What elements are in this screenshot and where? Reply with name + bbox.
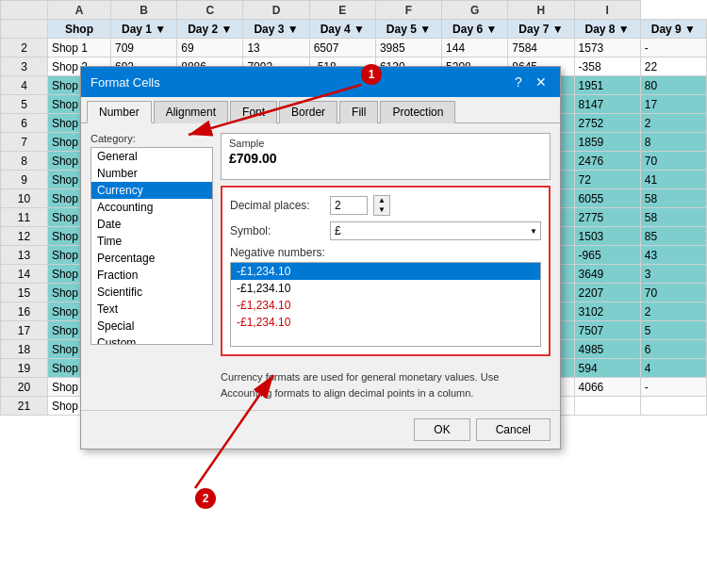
- cell[interactable]: -965: [574, 246, 640, 265]
- format-panel: Sample £709.00 Decimal places: ▲ ▼: [221, 133, 551, 400]
- category-item-general[interactable]: General: [91, 148, 212, 165]
- category-item-text[interactable]: Text: [91, 301, 212, 318]
- cell[interactable]: 4: [640, 359, 706, 378]
- sheet-header-row: ShopDay 1 ▼Day 2 ▼Day 3 ▼Day 4 ▼Day 5 ▼D…: [1, 20, 707, 39]
- negative-list[interactable]: -£1,234.10-£1,234.10-£1,234.10-£1,234.10: [230, 262, 541, 347]
- ok-button[interactable]: OK: [414, 418, 469, 441]
- tab-fill[interactable]: Fill: [339, 101, 378, 123]
- cell[interactable]: 41: [640, 171, 706, 189]
- cell[interactable]: 7507: [574, 321, 640, 340]
- decimal-row: Decimal places: ▲ ▼: [230, 195, 541, 216]
- cell[interactable]: 2207: [574, 284, 640, 302]
- negative-option-0[interactable]: -£1,234.10: [231, 263, 540, 280]
- category-item-percentage[interactable]: Percentage: [91, 250, 212, 267]
- cell[interactable]: 709: [111, 39, 177, 57]
- col-header-8: Day 7 ▼: [508, 20, 574, 39]
- close-button[interactable]: ✕: [532, 73, 551, 91]
- cell[interactable]: 3985: [375, 39, 441, 57]
- tab-border[interactable]: Border: [279, 101, 337, 123]
- cell[interactable]: 5: [640, 321, 706, 340]
- row-number: 9: [1, 171, 48, 189]
- row-number: 18: [1, 340, 48, 359]
- category-item-fraction[interactable]: Fraction: [91, 267, 212, 284]
- cell[interactable]: 3649: [574, 265, 640, 284]
- column-header-row: A B C D E F G H I: [1, 1, 707, 20]
- decimal-down-button[interactable]: ▼: [374, 205, 389, 215]
- tab-font[interactable]: Font: [230, 101, 277, 123]
- negative-option-3[interactable]: -£1,234.10: [231, 314, 540, 331]
- cell[interactable]: 13: [243, 39, 309, 57]
- cell[interactable]: 3102: [574, 302, 640, 321]
- help-button[interactable]: ?: [509, 73, 528, 91]
- cell[interactable]: 7584: [508, 39, 574, 57]
- category-label: Category:: [90, 133, 213, 144]
- category-item-custom[interactable]: Custom: [91, 335, 212, 345]
- row-number: 20: [1, 378, 48, 397]
- category-item-date[interactable]: Date: [91, 216, 212, 233]
- cell[interactable]: Shop 1: [47, 39, 110, 57]
- cell[interactable]: 6055: [574, 189, 640, 208]
- cell[interactable]: 17: [640, 95, 706, 114]
- decimal-up-button[interactable]: ▲: [374, 196, 389, 205]
- cell[interactable]: 69: [177, 39, 243, 57]
- cell[interactable]: 2476: [574, 152, 640, 171]
- category-item-accounting[interactable]: Accounting: [91, 199, 212, 216]
- tab-alignment[interactable]: Alignment: [154, 101, 228, 123]
- tab-protection[interactable]: Protection: [380, 101, 455, 123]
- row-num-header: [1, 20, 48, 39]
- decimal-input[interactable]: [330, 196, 368, 215]
- cell[interactable]: [574, 397, 640, 416]
- cell[interactable]: 594: [574, 359, 640, 378]
- row-number: 2: [1, 39, 48, 57]
- cell[interactable]: 70: [640, 284, 706, 302]
- cell[interactable]: -358: [574, 57, 640, 76]
- cell[interactable]: 2: [640, 302, 706, 321]
- cell[interactable]: 6: [640, 340, 706, 359]
- category-item-scientific[interactable]: Scientific: [91, 284, 212, 301]
- cell[interactable]: 4066: [574, 378, 640, 397]
- cell[interactable]: 6507: [309, 39, 375, 57]
- cell[interactable]: -: [640, 39, 706, 57]
- cell[interactable]: 58: [640, 189, 706, 208]
- cell[interactable]: 8: [640, 133, 706, 152]
- dialog-content: Category: GeneralNumberCurrencyAccountin…: [90, 133, 551, 400]
- cell[interactable]: -: [640, 378, 706, 397]
- cell[interactable]: 72: [574, 171, 640, 189]
- cell[interactable]: 144: [442, 39, 508, 57]
- cell[interactable]: 22: [640, 57, 706, 76]
- cell[interactable]: 43: [640, 246, 706, 265]
- cell[interactable]: 1951: [574, 76, 640, 95]
- row-number: 5: [1, 95, 48, 114]
- cell[interactable]: 8147: [574, 95, 640, 114]
- cell[interactable]: 58: [640, 208, 706, 227]
- negative-option-2[interactable]: -£1,234.10: [231, 297, 540, 314]
- cell[interactable]: 3: [640, 265, 706, 284]
- category-item-number[interactable]: Number: [91, 165, 212, 182]
- category-item-special[interactable]: Special: [91, 318, 212, 335]
- row-number: 10: [1, 189, 48, 208]
- cancel-button[interactable]: Cancel: [476, 418, 551, 441]
- col-header-6: Day 5 ▼: [375, 20, 441, 39]
- cell[interactable]: 4985: [574, 340, 640, 359]
- cell[interactable]: 2752: [574, 114, 640, 133]
- cell[interactable]: 2775: [574, 208, 640, 227]
- category-list[interactable]: GeneralNumberCurrencyAccountingDateTimeP…: [90, 147, 213, 345]
- cell[interactable]: 1859: [574, 133, 640, 152]
- symbol-select[interactable]: £ $ €: [330, 221, 541, 240]
- row-number: 19: [1, 359, 48, 378]
- cell[interactable]: 2: [640, 114, 706, 133]
- cell[interactable]: 70: [640, 152, 706, 171]
- dialog-footer: OK Cancel: [81, 410, 560, 449]
- cell[interactable]: 1573: [574, 39, 640, 57]
- cell[interactable]: 1503: [574, 227, 640, 246]
- options-box: Decimal places: ▲ ▼ Symbol: £: [221, 186, 551, 356]
- cell[interactable]: [640, 397, 706, 416]
- tab-number[interactable]: Number: [87, 101, 152, 123]
- row-number: 7: [1, 133, 48, 152]
- category-item-time[interactable]: Time: [91, 233, 212, 250]
- cell[interactable]: 80: [640, 76, 706, 95]
- table-row[interactable]: 2Shop 170969136507398514475841573-: [1, 39, 707, 57]
- cell[interactable]: 85: [640, 227, 706, 246]
- negative-option-1[interactable]: -£1,234.10: [231, 280, 540, 297]
- category-item-currency[interactable]: Currency: [91, 182, 212, 199]
